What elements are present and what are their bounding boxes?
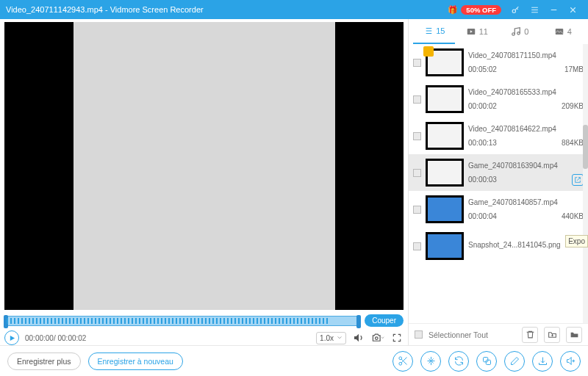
select-all-bar: Sélectionner Tout (409, 323, 588, 345)
svg-point-3 (512, 33, 515, 36)
player-pane: Couper 00:00:00/ 00:00:02 1.0x (0, 19, 408, 345)
list-icon (423, 26, 433, 36)
record-more-button[interactable]: Enregistrer plus (7, 352, 81, 370)
list-item[interactable]: Game_240708140857.mp400:00:04440KB (409, 191, 588, 228)
scrollbar-track (583, 44, 588, 323)
gift-icon: 🎁 (448, 5, 458, 15)
trim-tool[interactable] (392, 351, 413, 372)
list-item[interactable]: Video_240708165533.mp400:00:02209KB (409, 81, 588, 118)
item-checkbox[interactable] (413, 132, 421, 140)
list-item[interactable]: Game_240708163904.mp400:00:03 (409, 154, 588, 191)
menu-icon[interactable] (525, 0, 544, 19)
app-name: Vidmore Screen Recorder (110, 5, 204, 14)
item-name: Video_240708171150.mp4 (468, 50, 584, 61)
folder-button[interactable] (566, 327, 582, 343)
snapshot-icon[interactable] (371, 331, 384, 344)
share-icon[interactable] (572, 174, 584, 186)
promo-badge[interactable]: 50% OFF (461, 5, 501, 15)
item-checkbox[interactable] (413, 242, 421, 250)
main: Couper 00:00:00/ 00:00:02 1.0x 15 11 0 4… (0, 19, 588, 345)
compress-tool[interactable] (420, 351, 441, 372)
close-icon[interactable] (563, 0, 582, 19)
scrollbar-thumb[interactable] (583, 125, 588, 169)
item-meta: Game_240708140857.mp400:00:04440KB (468, 197, 584, 222)
item-checkbox[interactable] (413, 95, 421, 104)
item-meta: Video_240708165533.mp400:00:02209KB (468, 87, 584, 112)
item-thumbnail (426, 159, 464, 187)
item-checkbox[interactable] (413, 59, 421, 67)
item-duration: 00:00:04 (468, 211, 497, 222)
item-duration: 00:05:02 (468, 64, 497, 75)
trim-track[interactable] (4, 316, 360, 326)
filter-tabs: 15 11 0 4 (409, 19, 588, 44)
trim-bar: Couper (4, 314, 404, 327)
tab-all[interactable]: 15 (413, 19, 455, 44)
delete-button[interactable] (522, 327, 538, 343)
player-controls: 00:00:00/ 00:00:02 1.0x (4, 330, 404, 345)
item-thumbnail (426, 122, 464, 150)
item-size: 440KB (562, 211, 584, 222)
item-name: Video_240708164622.mp4 (468, 123, 584, 134)
item-meta: Video_240708171150.mp400:05:0217MB (468, 50, 584, 75)
select-all-checkbox[interactable] (415, 330, 423, 339)
crown-icon (423, 46, 434, 57)
svg-point-1 (375, 337, 378, 340)
item-thumbnail (426, 48, 464, 76)
music-icon (511, 26, 521, 37)
chevron-down-icon (337, 335, 343, 341)
item-duration: 00:00:03 (468, 174, 497, 186)
play-button[interactable] (4, 330, 19, 345)
open-folder-button[interactable] (544, 327, 560, 343)
key-icon[interactable] (506, 0, 525, 19)
volume-icon[interactable] (352, 331, 365, 344)
item-meta: Video_240708164622.mp400:00:13884KB (468, 123, 584, 148)
item-name: Video_240708165533.mp4 (468, 87, 584, 98)
item-duration: 00:00:02 (468, 101, 497, 112)
export-tool[interactable] (532, 351, 553, 372)
item-thumbnail (426, 85, 464, 113)
video-player[interactable] (4, 22, 404, 310)
list-item[interactable]: Video_240708164622.mp400:00:13884KB (409, 118, 588, 154)
item-thumbnail (426, 232, 464, 260)
list-item[interactable]: Video_240708171150.mp400:05:0217MB (409, 44, 588, 81)
titlebar: Video_240711142943.mp4 - Vidmore Screen … (0, 0, 588, 19)
item-size: 884KB (562, 137, 584, 148)
list-item[interactable]: Snapshot_24...8141045.png (409, 228, 588, 264)
tab-image[interactable]: 4 (542, 19, 584, 44)
fullscreen-icon[interactable] (390, 331, 404, 344)
svg-rect-9 (486, 360, 490, 364)
svg-point-6 (398, 357, 401, 360)
image-icon (554, 26, 564, 37)
item-thumbnail (426, 195, 464, 223)
tab-video[interactable]: 11 (456, 19, 498, 44)
recordings-list: Video_240708171150.mp400:05:0217MBVideo_… (409, 44, 588, 323)
cut-button[interactable]: Couper (365, 314, 404, 327)
time-display: 00:00:00/ 00:00:02 (25, 334, 310, 342)
item-size: 209KB (562, 101, 584, 112)
select-all-label: Sélectionner Tout (429, 330, 488, 339)
title: Video_240711142943.mp4 - Vidmore Screen … (6, 5, 448, 14)
video-icon (466, 26, 476, 37)
item-name: Game_240708163904.mp4 (468, 160, 584, 171)
export-tooltip: Expo (565, 235, 588, 247)
speed-selector[interactable]: 1.0x (316, 332, 346, 344)
history-pane: 15 11 0 4 Video_240708171150.mp400:05:02… (408, 19, 588, 345)
edit-tool[interactable] (504, 351, 525, 372)
item-size: 17MB (564, 64, 584, 75)
video-canvas (74, 22, 335, 310)
item-duration: 00:00:13 (468, 137, 497, 148)
convert-tool[interactable] (448, 351, 469, 372)
item-meta: Game_240708163904.mp400:00:03 (468, 160, 584, 186)
merge-tool[interactable] (476, 351, 497, 372)
item-checkbox[interactable] (413, 206, 421, 214)
minimize-icon[interactable] (544, 0, 563, 19)
item-checkbox[interactable] (413, 169, 421, 177)
bottom-toolbar: Enregistrer plus Enregistrer à nouveau (0, 345, 588, 376)
svg-rect-8 (483, 358, 487, 362)
item-name: Game_240708140857.mp4 (468, 197, 584, 208)
record-again-button[interactable]: Enregistrer à nouveau (88, 352, 183, 370)
svg-point-4 (517, 32, 520, 35)
filename: Video_240711142943.mp4 (6, 5, 103, 14)
sound-tool[interactable] (560, 351, 581, 372)
tab-audio[interactable]: 0 (499, 19, 541, 44)
